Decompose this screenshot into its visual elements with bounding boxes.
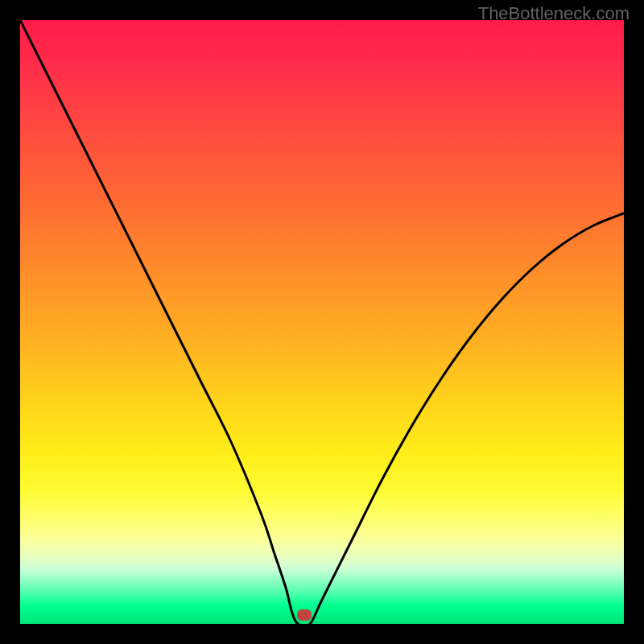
plot-area <box>20 20 624 624</box>
bottleneck-curve <box>20 20 624 624</box>
optimal-point-marker <box>297 609 312 621</box>
watermark-text: TheBottleneck.com <box>478 3 630 24</box>
curve-svg <box>20 20 624 624</box>
